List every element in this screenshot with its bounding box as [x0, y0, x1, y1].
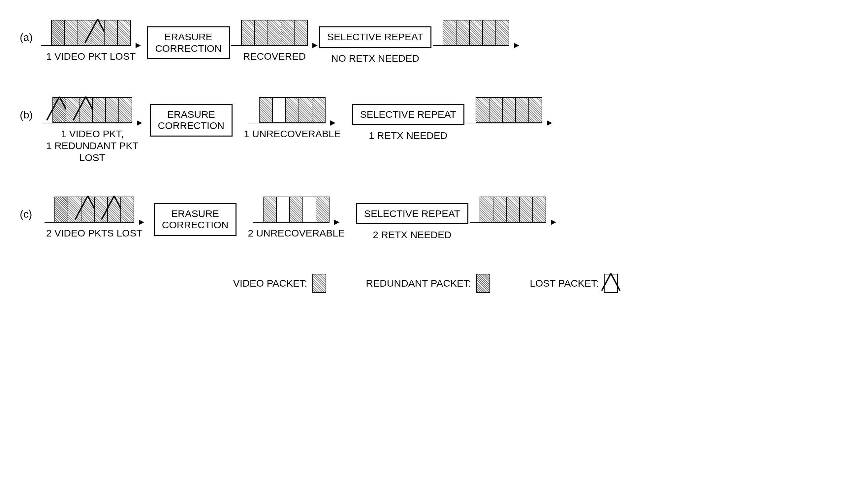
packet-video-icon	[289, 197, 303, 222]
packet-group	[259, 97, 326, 123]
arrow-axis-icon	[259, 123, 326, 123]
stage-caption: 1 VIDEO PKT LOST	[46, 51, 135, 62]
flow: 1 VIDEO PKT, 1 REDUNDANT PKT LOSTERASURE…	[46, 97, 831, 164]
selective-repeat-caption: 2 RETX NEEDED	[373, 229, 451, 241]
packet-video-icon	[92, 97, 106, 123]
erasure-correction-box: ERASURE CORRECTION	[147, 26, 230, 59]
arrow-axis-icon	[52, 123, 132, 123]
packet-video-icon	[254, 20, 268, 46]
stage-caption: 2 UNRECOVERABLE	[248, 227, 344, 239]
packet-video-icon	[312, 97, 326, 123]
selective-repeat-box: SELECTIVE REPEAT	[352, 104, 465, 125]
flow-row: (c)2 VIDEO PKTS LOSTERASURE CORRECTION2 …	[20, 197, 831, 241]
packet-group	[241, 20, 308, 46]
erasure-correction: ERASURE CORRECTION	[154, 197, 237, 236]
packet-video-icon	[476, 97, 489, 123]
packet-lost-icon	[52, 97, 66, 123]
legend-video: VIDEO PACKET:	[233, 274, 327, 293]
selective-repeat-caption: NO RETX NEEDED	[331, 52, 419, 64]
erasure-correction: ERASURE CORRECTION	[147, 20, 230, 59]
stage-caption: 1 UNRECOVERABLE	[244, 128, 340, 140]
flow: 2 VIDEO PKTS LOSTERASURE CORRECTION2 UNR…	[46, 197, 831, 241]
packet-video-icon	[489, 97, 503, 123]
lost-packet-icon	[604, 274, 618, 293]
arrow-axis-icon	[263, 222, 329, 223]
packet-video-icon	[121, 197, 134, 222]
flow: 1 VIDEO PKT LOSTERASURE CORRECTIONRECOVE…	[46, 20, 831, 64]
stage-caption: RECOVERED	[243, 51, 306, 62]
output-packets	[443, 20, 509, 46]
packet-video-icon	[263, 197, 277, 222]
row-label: (c)	[20, 197, 46, 220]
packet-video-icon	[506, 197, 520, 222]
row-label: (a)	[20, 20, 46, 43]
packet-video-icon	[515, 97, 529, 123]
packet-video-icon	[316, 197, 329, 222]
packet-video-icon	[456, 20, 470, 46]
output-packets	[476, 97, 542, 123]
packet-video-icon	[519, 197, 533, 222]
arrow-axis-icon	[51, 45, 131, 46]
packet-video-icon	[77, 20, 91, 46]
diagram: (a)1 VIDEO PKT LOSTERASURE CORRECTIONREC…	[20, 20, 831, 241]
arrow-axis-icon	[443, 45, 509, 46]
packet-video-icon	[443, 20, 456, 46]
packet-video-icon	[294, 20, 308, 46]
packet-video-icon	[479, 197, 493, 222]
packet-missing-icon	[272, 97, 286, 123]
erasure-correction-box: ERASURE CORRECTION	[150, 104, 233, 137]
selective-repeat-caption: 1 RETX NEEDED	[369, 130, 447, 142]
packet-video-icon	[259, 97, 273, 123]
packet-video-icon	[502, 97, 516, 123]
packet-group	[54, 197, 134, 222]
legend-redundant-label: REDUNDANT PACKET:	[366, 278, 471, 289]
packet-video-icon	[532, 197, 546, 222]
legend-redundant: REDUNDANT PACKET:	[366, 274, 490, 293]
selective-repeat-box: SELECTIVE REPEAT	[356, 203, 468, 224]
erasure-correction-box: ERASURE CORRECTION	[154, 203, 237, 236]
stage-caption: 2 VIDEO PKTS LOST	[46, 227, 143, 239]
after-erasure-packets: 1 UNRECOVERABLE	[244, 97, 340, 140]
selective-repeat: SELECTIVE REPEATNO RETX NEEDED	[319, 20, 431, 64]
packet-video-icon	[281, 20, 294, 46]
legend: VIDEO PACKET: REDUNDANT PACKET: LOST PAC…	[20, 274, 831, 293]
packet-redundant-icon	[51, 20, 65, 46]
packet-video-icon	[268, 20, 282, 46]
selective-repeat-box: SELECTIVE REPEAT	[319, 26, 431, 48]
input-packets: 2 VIDEO PKTS LOST	[46, 197, 143, 239]
packet-video-icon	[285, 97, 299, 123]
packet-video-icon	[469, 20, 483, 46]
stage-caption: 1 VIDEO PKT, 1 REDUNDANT PKT LOST	[46, 128, 139, 164]
packet-group	[479, 197, 546, 222]
packet-video-icon	[94, 197, 108, 222]
input-packets: 1 VIDEO PKT, 1 REDUNDANT PKT LOST	[46, 97, 139, 164]
packet-video-icon	[493, 197, 507, 222]
after-erasure-packets: RECOVERED	[241, 20, 308, 62]
arrow-axis-icon	[476, 123, 542, 123]
packet-group	[52, 97, 132, 123]
video-packet-icon	[312, 274, 326, 293]
packet-video-icon	[117, 20, 131, 46]
input-packets: 1 VIDEO PKT LOST	[46, 20, 135, 62]
legend-lost: LOST PACKET:	[530, 274, 618, 293]
packet-group	[443, 20, 509, 46]
packet-video-icon	[482, 20, 496, 46]
erasure-correction: ERASURE CORRECTION	[150, 97, 233, 137]
packet-lost-icon	[91, 20, 105, 46]
packet-video-icon	[528, 97, 542, 123]
arrow-axis-icon	[241, 45, 308, 46]
selective-repeat: SELECTIVE REPEAT1 RETX NEEDED	[352, 97, 465, 142]
arrow-axis-icon	[479, 222, 546, 223]
packet-video-icon	[66, 97, 79, 123]
packet-video-icon	[298, 97, 312, 123]
packet-video-icon	[104, 20, 118, 46]
flow-row: (b)1 VIDEO PKT, 1 REDUNDANT PKT LOSTERAS…	[20, 97, 831, 164]
redundant-packet-icon	[476, 274, 490, 293]
packet-lost-icon	[81, 197, 95, 222]
packet-redundant-icon	[54, 197, 68, 222]
legend-video-label: VIDEO PACKET:	[233, 278, 307, 289]
packet-missing-icon	[303, 197, 316, 222]
selective-repeat: SELECTIVE REPEAT2 RETX NEEDED	[356, 197, 468, 241]
packet-lost-icon	[107, 197, 121, 222]
packet-video-icon	[495, 20, 509, 46]
